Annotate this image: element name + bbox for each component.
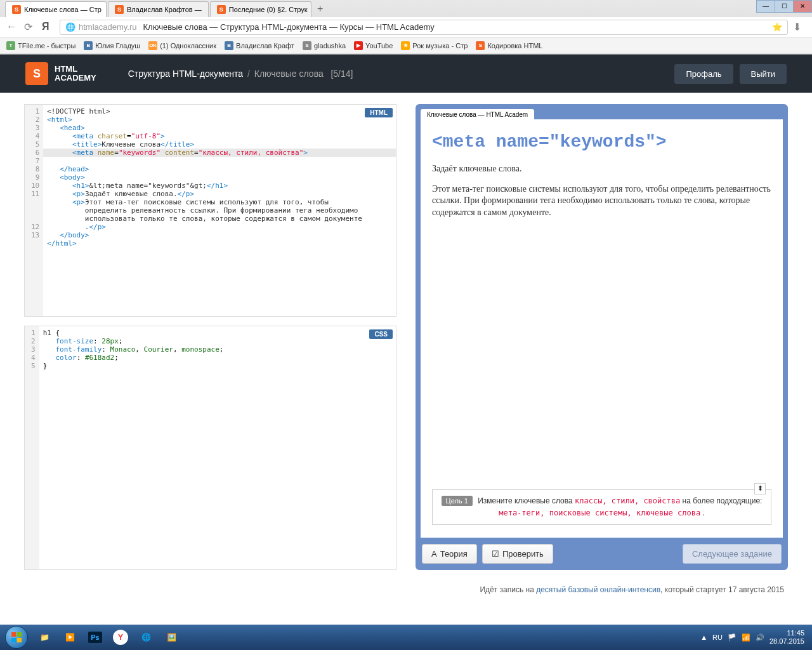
collapse-icon[interactable]: ⬍ — [754, 483, 766, 494]
svg-rect-1 — [17, 632, 22, 637]
browser-chrome: — ☐ ✕ SКлючевые слова — Стр SВладислав К… — [0, 0, 812, 55]
browser-tabs: SКлючевые слова — Стр SВладислав Крафтов… — [0, 0, 812, 17]
address-bar[interactable]: 🌐 htmlacademy.ru Ключевые слова — Структ… — [60, 20, 788, 35]
breadcrumb: Структура HTML-документа / Ключевые слов… — [128, 69, 353, 79]
tray-expand-icon[interactable]: ▲ — [700, 633, 707, 641]
favicon-icon: S — [12, 5, 21, 14]
reload-button[interactable]: ⟳ — [24, 21, 37, 34]
preview-text: Задаёт ключевые слова. — [432, 163, 771, 175]
next-task-button: Следующее задание — [683, 544, 782, 564]
close-button[interactable]: ✕ — [793, 0, 812, 13]
volume-icon[interactable]: 🔊 — [756, 633, 764, 642]
bookmark-icon: ▶ — [354, 41, 363, 50]
bookmarks-bar: TTFile.me - быстры BЮлия Гладуш OK(1) Од… — [0, 37, 812, 54]
bookmark-icon: T — [6, 41, 15, 50]
css-badge: CSS — [369, 329, 393, 339]
code-body[interactable]: h1 { font-size: 28px; font-family: Monac… — [39, 326, 396, 569]
promo-text: Идёт запись на десятый базовый онлайн-ин… — [0, 581, 812, 598]
preview-column: Ключевые слова — HTML Academ <meta name=… — [416, 104, 788, 570]
maximize-button[interactable]: ☐ — [775, 0, 794, 13]
back-button[interactable]: ← — [6, 21, 19, 34]
clock[interactable]: 11:45 28.07.2015 — [769, 629, 807, 646]
bookmark-icon: S — [476, 41, 485, 50]
action-row: AТеория ☑Проверить Следующее задание — [421, 538, 783, 565]
chrome-icon[interactable]: 🌐 — [133, 627, 159, 647]
bookmark-item[interactable]: BВладислав Крафт — [225, 41, 294, 50]
profile-button[interactable]: Профаль — [674, 64, 733, 84]
bookmark-item[interactable]: OK(1) Одноклассник — [148, 41, 216, 50]
yandex-button[interactable]: Я — [42, 21, 55, 34]
theory-button[interactable]: AТеория — [422, 544, 477, 564]
svg-rect-2 — [11, 638, 16, 642]
favicon-icon: S — [115, 5, 124, 14]
bookmark-icon: ★ — [401, 41, 410, 50]
logo-text: HTMLACADEMY — [55, 65, 96, 83]
html-badge: HTML — [365, 108, 393, 117]
network-icon[interactable]: 📶 — [742, 633, 750, 642]
bookmark-icon: B — [225, 41, 233, 50]
address-bar-row: ← ⟳ Я 🌐 htmlacademy.ru Ключевые слова — … — [0, 17, 812, 37]
new-tab-button[interactable]: + — [313, 3, 328, 17]
check-button[interactable]: ☑Проверить — [482, 544, 553, 564]
system-tray: ▲ RU 🏳️ 📶 🔊 11:45 28.07.2015 — [700, 629, 807, 646]
start-button[interactable] — [5, 626, 28, 649]
bookmark-item[interactable]: ★Рок музыка - Стр — [401, 41, 468, 50]
preview-tab: Ключевые слова — HTML Academ — [421, 109, 534, 120]
downloads-button[interactable]: ⬇ — [793, 21, 806, 34]
bookmark-icon: S — [303, 41, 311, 50]
preview-frame: Ключевые слова — HTML Academ <meta name=… — [416, 104, 788, 570]
bookmark-item[interactable]: SКодировка HTML — [476, 41, 542, 50]
browser-tab[interactable]: SПоследние (0) §2. Струк — [210, 1, 311, 17]
html-editor[interactable]: HTML 12345678910111213 <!DOCTYPE html> <… — [24, 104, 396, 317]
browser-tab[interactable]: SКлючевые слова — Стр — [5, 1, 107, 17]
css-editor[interactable]: CSS 12345 h1 { font-size: 28px; font-fam… — [24, 326, 396, 570]
favicon-icon: S — [217, 5, 226, 14]
goal-box: ⬍ Цель 1 Измените ключевые слова классы,… — [432, 489, 771, 525]
bookmark-star-icon[interactable]: ⭐ — [772, 22, 782, 32]
check-icon: ☑ — [492, 549, 499, 559]
window-controls: — ☐ ✕ — [757, 0, 812, 13]
bookmark-item[interactable]: ▶YouTube — [354, 41, 393, 50]
main-content: HTML 12345678910111213 <!DOCTYPE html> <… — [0, 93, 812, 581]
app-header: S HTMLACADEMY Структура HTML-документа /… — [0, 55, 812, 93]
browser-tab[interactable]: SВладислав Крафтов — — [108, 1, 209, 17]
bookmark-item[interactable]: Sgladushka — [303, 41, 346, 50]
svg-rect-3 — [17, 638, 22, 642]
bookmark-item[interactable]: TTFile.me - быстры — [6, 41, 75, 50]
globe-icon: 🌐 — [65, 22, 75, 32]
editors-column: HTML 12345678910111213 <!DOCTYPE html> <… — [24, 104, 396, 570]
explorer-icon[interactable]: 📁 — [32, 627, 57, 647]
logout-button[interactable]: Выйти — [740, 64, 787, 84]
promo-link[interactable]: десятый базовый онлайн-интенсив — [536, 585, 660, 594]
taskbar: 📁 ▶️ Ps Y 🌐 🖼️ ▲ RU 🏳️ 📶 🔊 11:45 28.07.2… — [0, 625, 812, 650]
gutter: 12345678910111213 — [25, 105, 43, 316]
language-indicator[interactable]: RU — [712, 633, 723, 641]
logo[interactable]: S HTMLACADEMY — [25, 62, 96, 85]
font-icon: A — [431, 549, 437, 559]
photoshop-icon[interactable]: Ps — [82, 627, 108, 647]
svg-rect-0 — [11, 632, 16, 637]
preview-heading: <meta name="keywords"> — [432, 132, 771, 152]
bookmark-icon: OK — [148, 41, 157, 50]
code-body[interactable]: <!DOCTYPE html> <html> <head> <meta char… — [43, 105, 396, 316]
preview-text: Этот мета-тег поисковые системы использу… — [432, 183, 771, 218]
flag-icon[interactable]: 🏳️ — [728, 633, 737, 642]
bookmark-icon: B — [84, 41, 93, 50]
gutter: 12345 — [25, 326, 39, 569]
app-icon[interactable]: 🖼️ — [159, 627, 184, 647]
goal-badge: Цель 1 — [442, 496, 473, 506]
minimize-button[interactable]: — — [756, 0, 775, 13]
yandex-browser-icon[interactable]: Y — [108, 627, 133, 647]
logo-icon: S — [25, 62, 48, 85]
bookmark-item[interactable]: BЮлия Гладуш — [84, 41, 140, 50]
preview-body: <meta name="keywords"> Задаёт ключевые с… — [421, 119, 783, 538]
media-player-icon[interactable]: ▶️ — [57, 627, 82, 647]
